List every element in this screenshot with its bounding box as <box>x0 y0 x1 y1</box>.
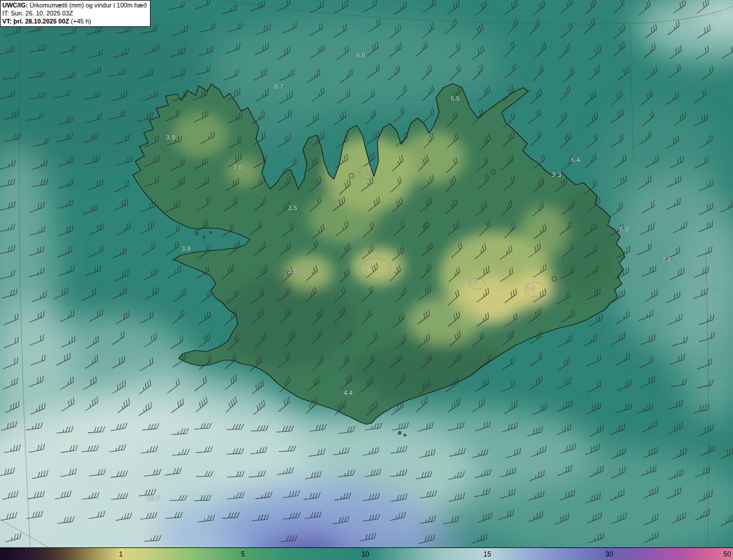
weather-map: 4.76.66.76.53.97.02.86.43.33.56.97.13.83… <box>0 0 733 560</box>
valid-time-line: VT: þri. 28.10.2025 00Z (+45 h) <box>2 17 147 25</box>
colorbar-tick-label: 1 <box>119 550 123 558</box>
colorbar-tick-label: 5 <box>241 550 245 558</box>
weather-map-canvas <box>0 0 733 560</box>
valid-suffix: (+45 h) <box>69 18 91 25</box>
title-box: UWC/IG: Úrkomumætti (mm) og vindur í 100… <box>0 0 151 27</box>
product-text: Úrkomumætti (mm) og vindur í 100m hæð <box>28 2 147 9</box>
colorbar-tick-label: 10 <box>361 550 369 558</box>
colorbar-tick-label: 15 <box>483 550 491 558</box>
colorbar-tick-label: 30 <box>605 550 613 558</box>
colorbar-tick-label: 50 <box>723 550 731 558</box>
product-title-line: UWC/IG: Úrkomumætti (mm) og vindur í 100… <box>2 1 147 9</box>
precip-colorbar: 1510153050 <box>0 547 733 560</box>
product-label: UWC/IG: <box>2 2 28 9</box>
valid-time: VT: þri. 28.10.2025 00Z <box>2 18 69 25</box>
init-time-line: IT: Sun. 26. 10. 2025 03Z <box>2 9 147 17</box>
